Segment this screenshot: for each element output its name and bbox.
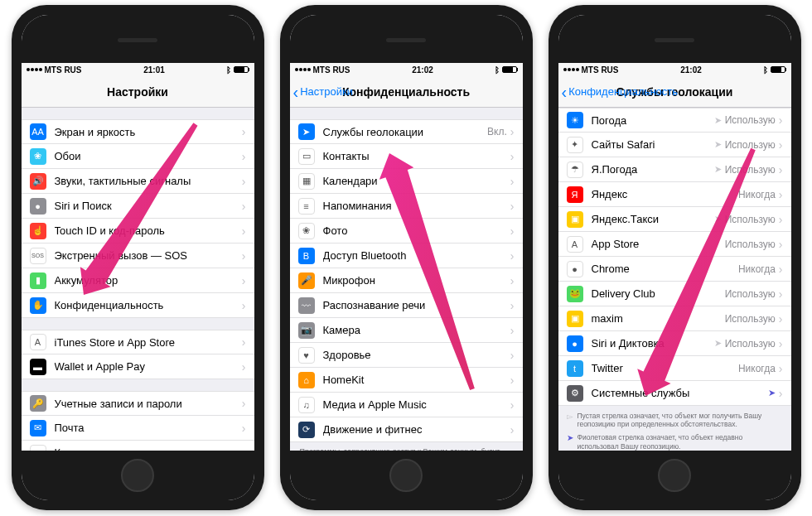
- row-itunes-appstore[interactable]: AiTunes Store и App Store›: [22, 330, 254, 354]
- row-label: Wallet и Apple Pay: [55, 360, 242, 373]
- speech-icon: 〰: [298, 297, 315, 314]
- row-homekit[interactable]: ⌂HomeKit›: [290, 368, 523, 393]
- row-safari-sites[interactable]: ✦Сайты Safari➤Использую›: [558, 133, 791, 157]
- row-display-brightness[interactable]: AAЭкран и яркость›: [22, 119, 254, 144]
- calendars-icon: ▦: [298, 173, 315, 190]
- row-value: Использую: [725, 214, 776, 225]
- settings-list[interactable]: ☀Погода➤Использую›✦Сайты Safari➤Использу…: [558, 108, 791, 451]
- home-button[interactable]: [658, 459, 691, 492]
- row-contacts[interactable]: ▭Контакты›: [22, 441, 254, 451]
- row-label: Сайты Safari: [592, 138, 714, 151]
- row-delivery-club[interactable]: 🐸Delivery ClubИспользую›: [558, 282, 791, 306]
- phone-frame: MTS RUS21:02ᛒ‹КонфиденциальностьСлужбы г…: [549, 5, 801, 510]
- camera-icon: 📷: [298, 322, 315, 339]
- nav-bar: ‹КонфиденциальностьСлужбы геолокации: [558, 76, 791, 108]
- settings-list[interactable]: AAЭкран и яркость›❀Обои›🔊Звуки, тактильн…: [22, 108, 254, 451]
- row-value: Использую: [725, 338, 776, 350]
- chevron-right-icon: ›: [242, 299, 246, 312]
- row-sos[interactable]: SOSЭкстренный вызов — SOS›: [22, 244, 254, 268]
- row-contacts[interactable]: ▭Контакты›: [290, 144, 523, 169]
- row-ya-weather[interactable]: ☂Я.Погода➤Использую›: [558, 157, 791, 182]
- carrier-label: MTS RUS: [45, 65, 82, 75]
- row-chrome[interactable]: ●ChromeНикогда›: [558, 257, 791, 282]
- row-microphone[interactable]: 🎤Микрофон›: [290, 268, 523, 293]
- row-label: Фото: [323, 224, 510, 237]
- itunes-appstore-icon: A: [30, 334, 46, 350]
- nav-back-button[interactable]: ‹Конфиденциальность: [562, 84, 679, 100]
- signal-icon: [295, 68, 311, 71]
- row-value: Использую: [725, 313, 776, 325]
- row-label: Экстренный вызов — SOS: [55, 249, 242, 262]
- location-arrow-icon: ➤: [714, 115, 722, 126]
- settings-list[interactable]: ➤Службы геолокацииВкл.›▭Контакты›▦Календ…: [290, 108, 523, 451]
- row-motion[interactable]: ⟳Движение и фитнес›: [290, 417, 523, 442]
- row-label: Яндекс: [592, 188, 738, 200]
- chevron-right-icon: ›: [510, 249, 515, 263]
- row-photos[interactable]: ❀Фото›: [290, 219, 523, 244]
- row-battery[interactable]: ▮Аккумулятор›: [22, 268, 254, 293]
- chevron-right-icon: ›: [242, 422, 246, 435]
- row-label: Доступ Bluetooth: [323, 249, 510, 262]
- speaker: [655, 38, 694, 42]
- row-accounts[interactable]: 🔑Учетные записи и пароли›: [22, 391, 254, 416]
- home-button[interactable]: [389, 459, 423, 492]
- row-wallet[interactable]: ▬Wallet и Apple Pay›: [22, 354, 254, 379]
- row-sounds[interactable]: 🔊Звуки, тактильные сигналы›: [22, 169, 254, 194]
- row-camera[interactable]: 📷Камера›: [290, 318, 523, 343]
- motion-icon: ⟳: [298, 422, 315, 438]
- chevron-right-icon: ›: [779, 387, 783, 400]
- row-siri-dictation[interactable]: ●Siri и Диктовка➤Использую›: [558, 331, 791, 356]
- chevron-right-icon: ›: [779, 113, 783, 127]
- legend-item: ▻Пустая стрелка означает, что объект мог…: [558, 409, 791, 431]
- row-health[interactable]: ♥Здоровье›: [290, 343, 523, 368]
- home-button[interactable]: [121, 459, 154, 492]
- row-label: Контакты: [323, 150, 510, 162]
- row-label: Конфиденциальность: [55, 299, 242, 311]
- row-media[interactable]: ♫Медиа и Apple Music›: [290, 393, 523, 417]
- nav-back-label: Настройки: [300, 85, 353, 98]
- row-privacy[interactable]: ✋Конфиденциальность›: [22, 293, 254, 318]
- row-label: Обои: [55, 150, 242, 162]
- row-location-services[interactable]: ➤Службы геолокацииВкл.›: [290, 119, 523, 144]
- home-area: [290, 451, 523, 500]
- row-yandex-taxi[interactable]: ▣Яндекс.Такси➤Использую›: [558, 207, 791, 232]
- row-touchid[interactable]: ☝Touch ID и код-пароль›: [22, 219, 254, 244]
- health-icon: ♥: [298, 347, 315, 364]
- row-value: Использую: [725, 239, 776, 250]
- chevron-right-icon: ›: [510, 324, 515, 337]
- row-calendars[interactable]: ▦Календари›: [290, 169, 523, 194]
- clock: 21:01: [143, 65, 165, 75]
- row-reminders[interactable]: ≡Напоминания›: [290, 194, 523, 219]
- nav-back-button[interactable]: ‹Настройки: [293, 84, 353, 100]
- row-app-store[interactable]: AApp StoreИспользую›: [558, 232, 791, 257]
- row-label: App Store: [592, 238, 725, 250]
- chevron-right-icon: ›: [779, 263, 783, 276]
- battery-icon: [771, 66, 785, 73]
- row-yandex[interactable]: ЯЯндексНикогда›: [558, 182, 791, 207]
- row-label: Экран и яркость: [55, 126, 242, 138]
- row-bluetooth[interactable]: BДоступ Bluetooth›: [290, 244, 523, 268]
- chevron-right-icon: ›: [510, 349, 515, 362]
- carrier-label: MTS RUS: [313, 65, 350, 75]
- chevron-right-icon: ›: [242, 249, 246, 263]
- chevron-right-icon: ›: [779, 213, 783, 226]
- location-arrow-icon: ▻: [567, 412, 573, 422]
- siri-dictation-icon: ●: [567, 335, 583, 352]
- row-label: Календари: [323, 175, 510, 187]
- media-icon: ♫: [298, 397, 315, 413]
- row-weather[interactable]: ☀Погода➤Использую›: [558, 108, 791, 133]
- app-store-icon: A: [567, 236, 583, 253]
- clock: 21:02: [412, 65, 433, 75]
- row-wallpaper[interactable]: ❀Обои›: [22, 144, 254, 169]
- chevron-left-icon: ‹: [562, 84, 568, 100]
- speaker: [386, 38, 426, 42]
- row-speech[interactable]: 〰Распознавание речи›: [290, 293, 523, 318]
- row-siri-search[interactable]: ●Siri и Поиск›: [22, 194, 254, 219]
- row-twitter[interactable]: tTwitterНикогда›: [558, 356, 791, 381]
- row-system-services[interactable]: ⚙Системные службы➤›: [558, 381, 791, 406]
- row-mail[interactable]: ✉Почта›: [22, 416, 254, 441]
- chevron-right-icon: ›: [242, 150, 246, 163]
- row-value: Вкл.: [487, 126, 507, 137]
- row-maxim[interactable]: ▣maximИспользую›: [558, 306, 791, 331]
- settings-section: AiTunes Store и App Store›▬Wallet и Appl…: [22, 330, 254, 379]
